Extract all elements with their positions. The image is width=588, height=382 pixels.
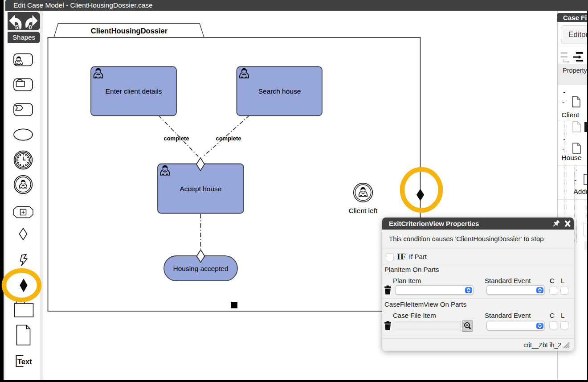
svg-text:0: 0 [29,24,32,30]
svg-text:Text: Text [17,357,32,366]
svg-text:59: 59 [15,24,22,30]
